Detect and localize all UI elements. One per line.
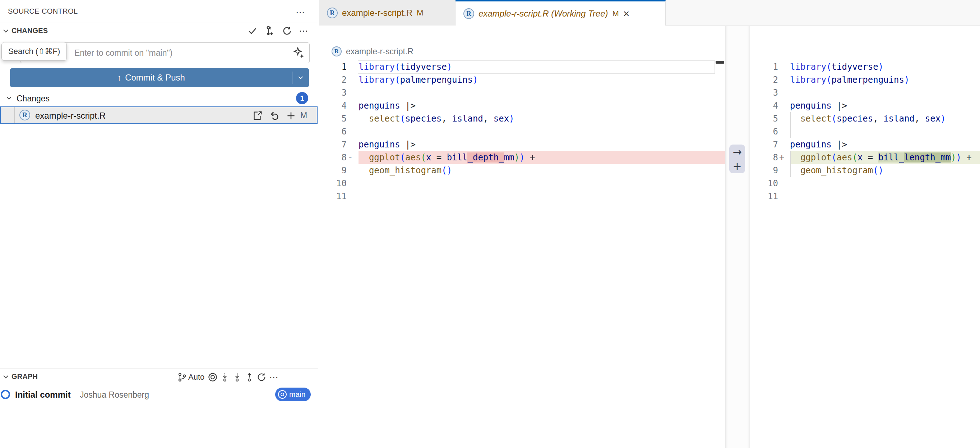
code-text[interactable] — [358, 190, 725, 203]
code-line-left-4: 4penguins |> — [319, 99, 725, 112]
code-text[interactable]: library(palmerpenguins) — [358, 73, 725, 86]
line-number: 6 — [750, 125, 778, 138]
fetch-icon[interactable] — [219, 371, 231, 383]
code-text[interactable] — [790, 125, 980, 138]
code-text[interactable] — [358, 125, 725, 138]
target-icon[interactable] — [207, 371, 219, 383]
refresh-icon[interactable] — [281, 25, 293, 37]
code-line-left-2: 2library(palmerpenguins) — [319, 73, 725, 86]
vscode-window: SOURCE CONTROL ⋯ CHANGES — [0, 0, 980, 448]
line-number: 3 — [319, 86, 347, 99]
code-line-right-10: 10 — [750, 177, 980, 190]
code-text[interactable]: penguins |> — [790, 138, 980, 151]
code-token: ) — [940, 114, 945, 124]
code-token — [878, 114, 883, 124]
code-text[interactable]: ggplot(aes(x = bill_depth_mm)) + — [358, 151, 725, 164]
code-text[interactable] — [358, 177, 725, 190]
code-text[interactable]: select(species, island, sex) — [790, 112, 980, 125]
code-token: ) — [904, 75, 909, 85]
r-file-icon: R — [327, 8, 338, 18]
code-token — [790, 153, 800, 163]
line-number: 2 — [319, 73, 347, 86]
code-text[interactable] — [358, 86, 725, 99]
changed-file-row[interactable]: R example-r-script.R M — [0, 107, 318, 124]
breadcrumb[interactable]: R example-r-script.R — [332, 45, 414, 57]
graph-auto-label[interactable]: Auto — [188, 373, 204, 382]
code-token — [525, 153, 530, 163]
commit-author: Joshua Rosenberg — [80, 390, 149, 400]
push-icon[interactable] — [243, 371, 255, 383]
code-token: , — [915, 114, 920, 124]
line-number: 11 — [750, 190, 778, 203]
graph-section-header[interactable]: GRAPH Auto — [0, 370, 318, 385]
commit-node-icon — [1, 390, 10, 399]
code-text[interactable]: geom_histogram() — [358, 164, 725, 177]
code-token — [447, 114, 452, 124]
code-token: sex — [925, 114, 940, 124]
code-token: ) — [951, 153, 956, 163]
more-icon[interactable]: ⋯ — [267, 371, 280, 383]
code-text[interactable] — [790, 190, 980, 203]
git-branch-icon[interactable] — [176, 371, 188, 383]
code-text[interactable]: ggplot(aes(x = bill_length_mm)) + — [790, 151, 980, 164]
code-text[interactable]: geom_histogram() — [790, 164, 980, 177]
code-text[interactable]: library(palmerpenguins) — [790, 73, 980, 86]
stage-plus-icon[interactable] — [285, 109, 298, 122]
pull-icon[interactable] — [231, 371, 243, 383]
changes-section-header[interactable]: CHANGES ⋯ — [0, 23, 318, 39]
commit-and-push-button[interactable]: ↑ Commit & Push — [10, 68, 309, 87]
code-text[interactable]: select(species, island, sex) — [358, 112, 725, 125]
sidebar-title-row: SOURCE CONTROL ⋯ — [0, 3, 318, 20]
indent-guide — [359, 164, 359, 177]
refresh-icon[interactable] — [255, 371, 267, 383]
code-token — [431, 153, 436, 163]
discard-changes-icon[interactable] — [268, 109, 281, 122]
open-file-icon[interactable] — [251, 109, 264, 122]
code-token: ( — [442, 166, 447, 175]
close-icon[interactable]: × — [623, 8, 630, 19]
code-token — [832, 140, 837, 150]
code-text[interactable]: penguins |> — [790, 99, 980, 112]
changes-count-badge: 1 — [296, 92, 308, 104]
diff-sign — [778, 177, 790, 190]
branch-ref-pill[interactable]: main — [275, 387, 311, 401]
code-text[interactable]: penguins |> — [358, 99, 725, 112]
changes-tree-header[interactable]: Changes 1 — [0, 91, 318, 106]
code-text[interactable] — [790, 177, 980, 190]
source-control-add-icon[interactable] — [263, 25, 275, 37]
code-token: penguins — [358, 100, 400, 111]
code-text[interactable]: library(tidyverse) — [358, 61, 725, 73]
code-token: species — [405, 114, 442, 124]
r-file-icon: R — [463, 8, 474, 19]
code-text[interactable] — [790, 86, 980, 99]
code-token: penguins — [790, 100, 832, 111]
section-divider — [0, 368, 318, 368]
code-token: |> — [837, 100, 847, 111]
diff-sign — [778, 99, 790, 112]
code-token: , — [442, 114, 447, 124]
more-icon[interactable]: ⋯ — [298, 25, 310, 37]
code-token: ( — [826, 62, 831, 72]
generate-commit-message-sparkle-icon[interactable] — [292, 46, 306, 60]
diff-sign: - — [347, 151, 358, 164]
more-actions-icon[interactable]: ⋯ — [294, 6, 307, 18]
code-line-right-2: 2library(palmerpenguins) — [750, 73, 980, 86]
line-number: 2 — [750, 73, 778, 86]
code-token: species — [837, 114, 873, 124]
graph-commit-row[interactable]: Initial commit Joshua Rosenberg main — [0, 387, 318, 403]
code-text[interactable]: library(tidyverse) — [790, 61, 980, 73]
tab-example-r-script[interactable]: R example-r-script.R M — [319, 0, 455, 26]
chevron-down-icon — [2, 27, 10, 35]
stage-block-plus-icon[interactable]: + — [729, 159, 745, 173]
branch-name: main — [289, 390, 306, 399]
code-token: bill_ — [878, 153, 904, 163]
tab-example-r-script-working-tree[interactable]: R example-r-script.R (Working Tree) M × — [455, 0, 666, 26]
commit-options-chevron-icon[interactable] — [293, 75, 309, 81]
code-text[interactable]: penguins |> — [358, 138, 725, 151]
diff-editor-sash[interactable] — [725, 26, 750, 448]
diff-sign — [778, 164, 790, 177]
code-line-left-7: 7penguins |> — [319, 138, 725, 151]
code-line-right-8: 8+ ggplot(aes(x = bill_length_mm)) + — [750, 151, 980, 164]
commit-check-icon[interactable] — [247, 25, 259, 37]
revert-block-arrow-icon[interactable]: → — [729, 145, 745, 159]
